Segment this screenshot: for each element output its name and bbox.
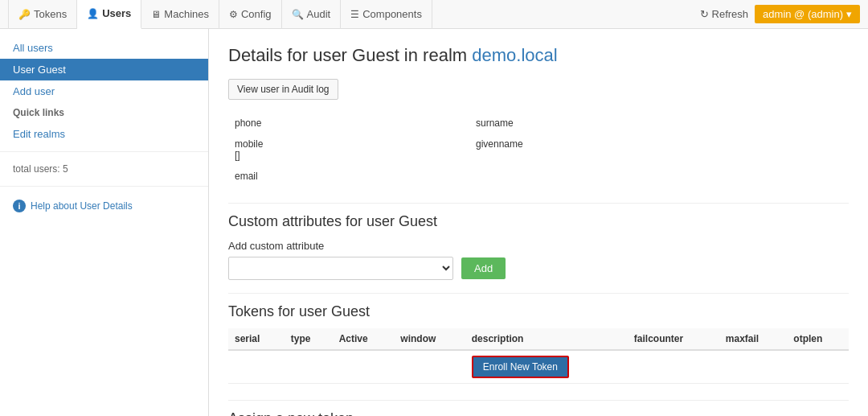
- mobile-label-cell: mobile []: [228, 134, 469, 166]
- add-custom-attr-label: Add custom attribute: [228, 240, 849, 252]
- view-audit-log-button[interactable]: View user in Audit log: [228, 79, 338, 100]
- nav-item-components[interactable]: ☰ Components: [341, 0, 432, 29]
- section-divider-2: [228, 293, 849, 294]
- col-serial: serial: [228, 328, 285, 350]
- custom-attr-row: Add: [228, 257, 849, 280]
- tokens-icon: 🔑: [18, 9, 31, 20]
- main-layout: All users User Guest Add user Quick link…: [0, 29, 868, 416]
- cell-otplen: [787, 350, 849, 384]
- total-users-info: total users: 5: [0, 159, 208, 179]
- realm-link[interactable]: demo.local: [472, 45, 557, 65]
- nav-item-users[interactable]: 👤 Users: [77, 0, 141, 29]
- components-icon: ☰: [350, 9, 359, 20]
- col-active: Active: [333, 328, 395, 350]
- email-value: [469, 166, 849, 187]
- sidebar-divider: [0, 151, 208, 152]
- users-icon: 👤: [87, 8, 99, 19]
- custom-attr-select[interactable]: [228, 257, 453, 280]
- cell-serial: [228, 350, 285, 384]
- assign-token-title: Assign a new token: [228, 410, 849, 416]
- sidebar-item-user-guest[interactable]: User Guest: [0, 59, 208, 80]
- chevron-down-icon: ▾: [846, 8, 852, 20]
- phone-label: phone: [228, 113, 469, 134]
- col-type: type: [285, 328, 333, 350]
- col-otplen: otplen: [787, 328, 849, 350]
- add-attribute-button[interactable]: Add: [461, 257, 506, 279]
- help-link[interactable]: i Help about User Details: [0, 193, 208, 219]
- nav-item-audit[interactable]: 🔍 Audit: [282, 0, 342, 29]
- mobile-label: mobile: [235, 138, 463, 150]
- mobile-value: []: [235, 150, 463, 161]
- refresh-button[interactable]: ↻ Refresh: [700, 8, 749, 20]
- col-failcounter: failcounter: [628, 328, 719, 350]
- sidebar: All users User Guest Add user Quick link…: [0, 29, 209, 416]
- audit-icon: 🔍: [292, 9, 304, 20]
- cell-window: [394, 350, 465, 384]
- cell-failcounter: [628, 350, 719, 384]
- nav-item-config[interactable]: ⚙ Config: [219, 0, 282, 29]
- nav-item-machines[interactable]: 🖥 Machines: [141, 0, 219, 29]
- col-window: window: [394, 328, 465, 350]
- user-details-grid: phone surname mobile [] givenname email: [228, 113, 849, 187]
- machines-icon: 🖥: [151, 9, 161, 20]
- quick-links-label: Quick links: [0, 102, 208, 123]
- top-navigation: 🔑 Tokens 👤 Users 🖥 Machines ⚙ Config 🔍 A…: [0, 0, 868, 29]
- email-label: email: [228, 166, 469, 187]
- help-icon: i: [13, 200, 26, 212]
- cell-description: Enroll New Token: [465, 350, 628, 384]
- sidebar-divider-2: [0, 186, 208, 187]
- tokens-table: serial type Active window description fa…: [228, 328, 849, 384]
- tokens-section-title: Tokens for user Guest: [228, 303, 849, 320]
- nav-item-tokens[interactable]: 🔑 Tokens: [8, 0, 77, 29]
- section-divider-1: [228, 203, 849, 204]
- cell-type: [285, 350, 333, 384]
- col-description: description: [465, 328, 628, 350]
- nav-items: 🔑 Tokens 👤 Users 🖥 Machines ⚙ Config 🔍 A…: [8, 0, 700, 29]
- enroll-new-token-button[interactable]: Enroll New Token: [472, 356, 569, 378]
- givenname-label: givenname: [469, 134, 849, 166]
- tokens-table-header: serial type Active window description fa…: [228, 328, 849, 350]
- admin-button[interactable]: admin @ (admin) ▾: [755, 5, 860, 23]
- cell-active: [333, 350, 395, 384]
- custom-attributes-title: Custom attributes for user Guest: [228, 213, 849, 230]
- nav-right: ↻ Refresh admin @ (admin) ▾: [700, 5, 860, 23]
- col-maxfail: maxfail: [719, 328, 788, 350]
- cell-maxfail: [719, 350, 788, 384]
- surname-label: surname: [469, 113, 849, 134]
- config-icon: ⚙: [229, 9, 238, 20]
- refresh-icon: ↻: [700, 8, 709, 20]
- sidebar-item-edit-realms[interactable]: Edit realms: [0, 123, 208, 145]
- sidebar-item-add-user[interactable]: Add user: [0, 80, 208, 102]
- sidebar-item-all-users[interactable]: All users: [0, 37, 208, 59]
- main-content: Details for user Guest in realm demo.loc…: [209, 29, 868, 416]
- page-title: Details for user Guest in realm demo.loc…: [228, 45, 849, 66]
- section-divider-3: [228, 400, 849, 401]
- tokens-empty-row: Enroll New Token: [228, 350, 849, 384]
